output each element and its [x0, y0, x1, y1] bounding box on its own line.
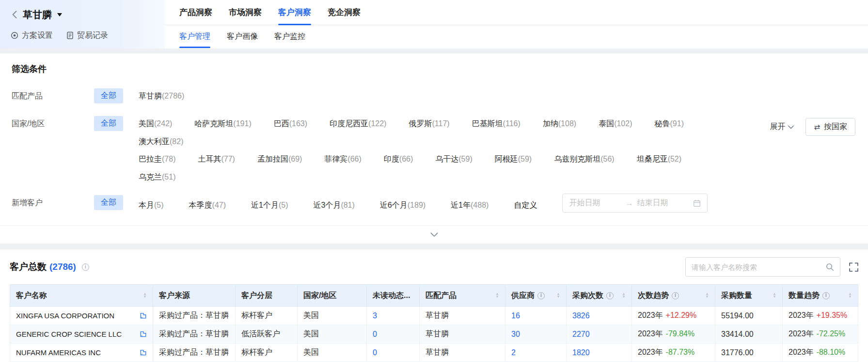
- custom-date-option[interactable]: 自定义: [514, 200, 537, 211]
- product-option[interactable]: 草甘膦(2786): [139, 91, 184, 101]
- tab-competitor-insight[interactable]: 竞企洞察: [328, 0, 361, 25]
- back-button[interactable]: [11, 10, 18, 19]
- sort-icon[interactable]: ▲▼: [848, 293, 852, 298]
- country-all-chip[interactable]: 全部: [94, 116, 123, 131]
- subtab-customer-manage[interactable]: 客户管理: [179, 25, 210, 48]
- country-option[interactable]: 阿根廷(59): [495, 154, 532, 165]
- info-icon[interactable]: i: [537, 292, 545, 299]
- country-option[interactable]: 乌兹别克斯坦(56): [554, 154, 614, 165]
- country-option[interactable]: 俄罗斯(117): [409, 119, 449, 129]
- country-option[interactable]: 孟加拉国(69): [257, 154, 302, 165]
- new-customer-all-chip[interactable]: 全部: [94, 195, 123, 210]
- country-option[interactable]: 土耳其(77): [198, 154, 235, 165]
- col-suppliers[interactable]: 供应商i▲▼: [505, 285, 567, 307]
- swap-icon: ⇄: [814, 123, 820, 132]
- sort-icon[interactable]: ▲▼: [705, 293, 709, 298]
- col-matched-product[interactable]: 匹配产品▲▼: [420, 285, 505, 307]
- purchase-count-link[interactable]: 3826: [572, 312, 590, 320]
- search-icon[interactable]: [826, 263, 834, 271]
- country-option[interactable]: 巴西(163): [274, 119, 307, 129]
- country-option[interactable]: 印度尼西亚(122): [330, 119, 386, 129]
- customer-name-link[interactable]: NUFARM AMERICAS INC: [16, 348, 140, 357]
- product-name[interactable]: 草甘膦: [23, 8, 52, 21]
- col-count-trend[interactable]: 次数趋势i▲▼: [632, 285, 715, 307]
- scheme-settings-button[interactable]: 方案设置: [11, 31, 53, 41]
- product-all-chip[interactable]: 全部: [94, 88, 123, 103]
- new-customer-option[interactable]: 近3个月(81): [313, 200, 354, 211]
- company-icon[interactable]: [140, 330, 147, 338]
- unread-updates-link[interactable]: 0: [373, 348, 377, 357]
- col-purchase-quantity[interactable]: 采购数量▲▼: [715, 285, 783, 307]
- start-date-input[interactable]: 开始日期: [569, 198, 621, 208]
- new-customer-option[interactable]: 近6个月(189): [380, 200, 426, 211]
- info-icon[interactable]: i: [822, 292, 830, 299]
- sort-icon[interactable]: ▲▼: [622, 293, 626, 298]
- date-range-input[interactable]: 开始日期 → 结束日期: [562, 194, 708, 213]
- customer-search-box[interactable]: [685, 257, 840, 277]
- country-option[interactable]: 加纳(108): [543, 119, 576, 129]
- purchase-count-link[interactable]: 2270: [572, 330, 590, 338]
- filter-label-country: 国家/地区: [12, 116, 94, 129]
- tab-product-insight[interactable]: 产品洞察: [179, 0, 212, 25]
- filter-label-new-customer: 新增客户: [12, 195, 94, 208]
- country-option[interactable]: 美国(242): [139, 119, 172, 129]
- country-option[interactable]: 哈萨克斯坦(191): [194, 119, 251, 129]
- tab-market-insight[interactable]: 市场洞察: [229, 0, 262, 25]
- main-tab-bar: 产品洞察 市场洞察 客户洞察 竞企洞察: [165, 0, 868, 25]
- customer-source: 采购过产品：草甘膦: [153, 344, 236, 362]
- unread-updates-link[interactable]: 3: [373, 312, 377, 320]
- table-row: GENERIC CROP SCIENCE LLC 采购过产品：草甘膦 低活跃客户…: [10, 325, 858, 344]
- country-option[interactable]: 泰国(102): [599, 119, 632, 129]
- col-customer-name[interactable]: 客户名称▲▼: [10, 285, 153, 307]
- country-option[interactable]: 菲律宾(66): [324, 154, 361, 165]
- col-quantity-trend[interactable]: 数量趋势i▲▼: [783, 285, 858, 307]
- customer-name-link[interactable]: GENERIC CROP SCIENCE LLC: [16, 330, 140, 338]
- country-option[interactable]: 乌干达(59): [435, 154, 472, 165]
- country-option[interactable]: 巴拉圭(78): [139, 154, 175, 165]
- sort-icon[interactable]: ▲▼: [556, 293, 560, 298]
- new-customer-option[interactable]: 本月(5): [139, 200, 164, 211]
- info-icon[interactable]: i: [606, 292, 614, 299]
- product-dropdown-icon[interactable]: [57, 13, 62, 19]
- sort-icon[interactable]: ▲▼: [143, 293, 147, 298]
- customer-total-count: (2786): [49, 262, 76, 272]
- trade-records-button[interactable]: 贸易记录: [66, 31, 108, 41]
- info-icon[interactable]: i: [672, 292, 679, 299]
- new-customer-option[interactable]: 近1年(488): [451, 200, 489, 211]
- new-customer-option[interactable]: 本季度(47): [189, 200, 226, 211]
- sort-icon[interactable]: ▲▼: [773, 293, 776, 298]
- by-country-toggle-button[interactable]: ⇄ 按国家: [805, 118, 855, 136]
- suppliers-link[interactable]: 2: [511, 348, 516, 357]
- country-option[interactable]: 巴基斯坦(116): [472, 119, 521, 129]
- subtab-customer-monitor[interactable]: 客户监控: [274, 25, 305, 48]
- info-icon[interactable]: i: [82, 263, 89, 271]
- purchase-count-link[interactable]: 1820: [572, 348, 590, 357]
- customer-name-link[interactable]: XINGFA USA CORPORATION: [16, 312, 140, 320]
- customer-search-input[interactable]: [692, 263, 826, 271]
- country-option[interactable]: 乌克兰(51): [139, 172, 175, 182]
- subtab-customer-profile[interactable]: 客户画像: [227, 25, 258, 48]
- filter-label-product: 匹配产品: [12, 88, 94, 101]
- target-icon: [11, 32, 18, 39]
- country-option[interactable]: 坦桑尼亚(52): [637, 154, 681, 165]
- new-customer-option[interactable]: 近1个月(5): [251, 200, 288, 211]
- country-option[interactable]: 澳大利亚(82): [139, 137, 183, 147]
- col-purchase-count[interactable]: 采购次数i▲▼: [567, 285, 632, 307]
- tab-customer-insight[interactable]: 客户洞察: [278, 0, 311, 25]
- suppliers-link[interactable]: 30: [511, 330, 520, 338]
- fullscreen-icon[interactable]: [849, 263, 858, 272]
- suppliers-link[interactable]: 16: [511, 312, 520, 320]
- expand-countries-button[interactable]: 展开: [770, 122, 794, 132]
- sort-icon[interactable]: ▲▼: [495, 293, 499, 298]
- end-date-input[interactable]: 结束日期: [637, 198, 689, 208]
- unread-updates-link[interactable]: 0: [373, 330, 377, 338]
- collapse-filters-button[interactable]: [0, 225, 868, 244]
- company-icon[interactable]: [140, 349, 147, 356]
- country-option[interactable]: 印度(66): [384, 154, 413, 165]
- country-option[interactable]: 秘鲁(91): [655, 119, 684, 129]
- matched-product: 草甘膦: [420, 325, 505, 344]
- filter-row-product: 匹配产品 全部 草甘膦(2786): [12, 88, 856, 103]
- company-icon[interactable]: [140, 312, 147, 319]
- customer-total-title: 客户总数: [10, 261, 47, 273]
- date-arrow-icon: →: [625, 199, 633, 208]
